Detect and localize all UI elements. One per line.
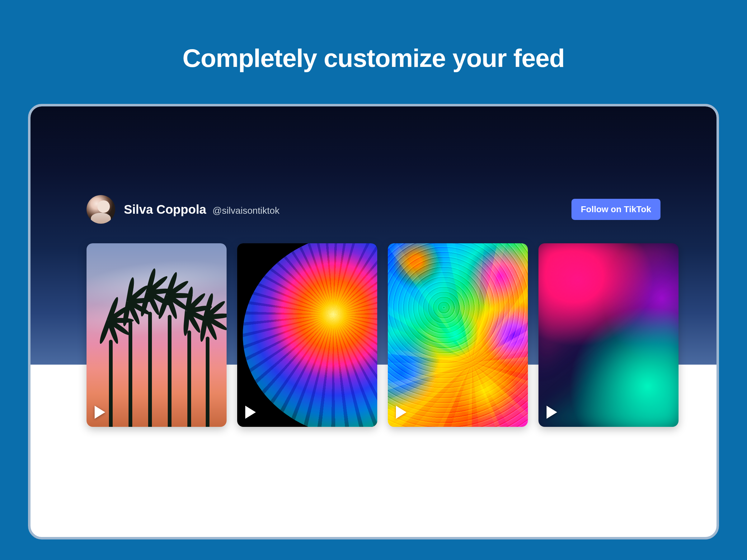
play-icon: [396, 406, 407, 419]
profile-name: Silva Coppola: [124, 203, 206, 216]
play-icon: [95, 406, 105, 419]
play-icon: [546, 406, 557, 419]
page: Completely customize your feed Silva Cop…: [0, 0, 747, 560]
play-icon: [245, 406, 256, 419]
profile-handle: @silvaisontiktok: [212, 205, 280, 216]
profile-row: Silva Coppola @silvaisontiktok Follow on…: [86, 195, 661, 224]
page-heading: Completely customize your feed: [182, 44, 565, 73]
avatar[interactable]: [86, 195, 115, 224]
video-tile[interactable]: [86, 243, 227, 427]
feed-preview-window: Silva Coppola @silvaisontiktok Follow on…: [28, 104, 719, 539]
follow-button[interactable]: Follow on TikTok: [571, 199, 661, 220]
video-tile[interactable]: [388, 243, 528, 427]
profile-text: Silva Coppola @silvaisontiktok: [124, 203, 280, 216]
video-tile[interactable]: [237, 243, 377, 427]
video-tile[interactable]: [538, 243, 678, 427]
video-tile-row: [86, 243, 661, 427]
